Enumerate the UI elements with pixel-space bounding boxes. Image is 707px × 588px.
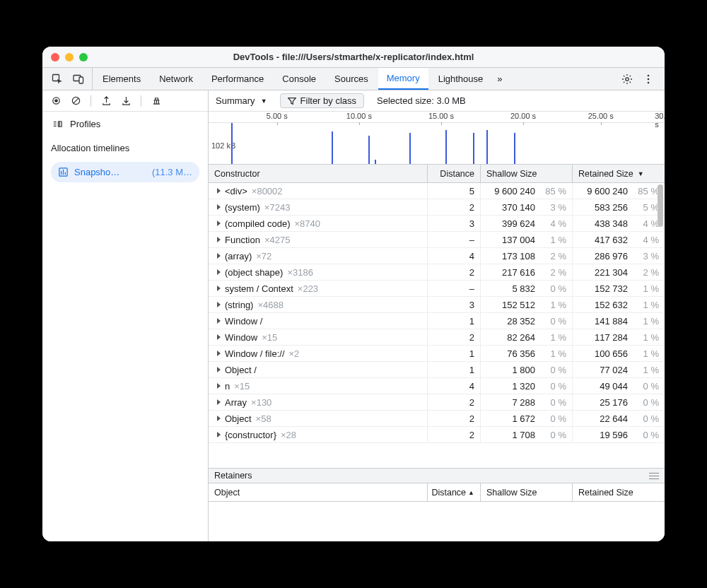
th-shallow[interactable]: Shallow Size [481,165,573,182]
disclosure-triangle-icon[interactable] [217,318,221,324]
svg-point-5 [648,78,650,80]
tab-sources[interactable]: Sources [326,68,377,90]
timeline-bar [473,133,474,164]
timeline[interactable]: 5.00 s10.00 s15.00 s20.00 s25.00 s30.00 … [209,112,665,165]
disclosure-triangle-icon[interactable] [217,383,221,389]
garbage-collect-icon[interactable] [150,95,163,107]
table-row[interactable]: Window /128 3520 %141 8841 % [209,313,665,329]
cell-retained: 417 6324 % [573,232,665,247]
retainers-menu-icon[interactable] [649,473,659,479]
disclosure-triangle-icon[interactable] [217,188,221,194]
sort-asc-icon: ▲ [468,489,474,496]
import-icon[interactable] [119,95,132,107]
constructor-name: Window [225,332,257,343]
table-row[interactable]: system / Context ×223–5 8320 %152 7321 % [209,281,665,297]
disclosure-triangle-icon[interactable] [217,334,221,340]
disclosure-triangle-icon[interactable] [217,399,221,405]
rth-shallow[interactable]: Shallow Size [481,483,573,501]
filter-icon [288,97,296,105]
table-row[interactable]: Window / file:// ×2176 3561 %100 6561 % [209,346,665,362]
disclosure-triangle-icon[interactable] [217,269,221,275]
main-toolbar: Summary ▼ Filter by class Selected size:… [209,90,665,112]
table-row[interactable]: {constructor} ×2821 7080 %19 5960 % [209,427,665,443]
table-row[interactable]: <div> ×8000259 600 24085 %9 600 24085 % [209,183,665,199]
table-body[interactable]: <div> ×8000259 600 24085 %9 600 24085 %(… [209,183,665,468]
cell-shallow: 137 0041 % [481,232,573,247]
scrollbar-thumb[interactable] [658,184,663,227]
cell-shallow: 28 3520 % [481,313,573,329]
snapshot-item[interactable]: Snapsho… (11.3 M… [51,162,199,182]
title-bar: DevTools - file:///Users/stmarthe/x-repl… [42,47,665,68]
svg-rect-2 [79,77,83,83]
inspect-element-icon[interactable] [51,73,64,86]
cell-distance: 2 [428,329,481,345]
table-row[interactable]: Function ×4275–137 0041 %417 6324 % [209,232,665,248]
tab-elements[interactable]: Elements [94,68,149,90]
gear-icon[interactable] [621,73,633,86]
cell-distance: 2 [428,199,481,215]
timeline-bar [409,133,411,164]
disclosure-triangle-icon[interactable] [217,237,221,242]
retainers-header: Object Distance ▲ Shallow Size Retained … [209,483,665,502]
disclosure-triangle-icon[interactable] [217,286,221,291]
kebab-menu-icon[interactable] [642,73,655,86]
rth-distance[interactable]: Distance ▲ [428,483,481,501]
cell-retained: 438 3484 % [573,216,665,231]
th-distance[interactable]: Distance [428,165,481,182]
sidebar-heading-profiles[interactable]: Profiles [42,112,208,137]
th-retained[interactable]: Retained Size ▼ [573,165,665,182]
rth-retained[interactable]: Retained Size [573,483,665,501]
instance-count: ×3186 [287,267,313,278]
timeline-bar [368,136,370,164]
tab-lighthouse[interactable]: Lighthouse [430,68,492,90]
close-window-button[interactable] [51,53,59,61]
rth-object[interactable]: Object [209,483,428,501]
tabs-more[interactable]: » [493,68,506,90]
table-row[interactable]: (array) ×724173 1082 %286 9763 % [209,248,665,264]
tab-memory[interactable]: Memory [378,68,428,90]
filter-by-class-input[interactable]: Filter by class [280,93,364,108]
disclosure-triangle-icon[interactable] [217,351,221,356]
disclosure-triangle-icon[interactable] [217,302,221,307]
disclosure-triangle-icon[interactable] [217,432,221,437]
scrollbar[interactable] [656,183,665,468]
table-row[interactable]: Array ×13027 2880 %25 1760 % [209,394,665,411]
table-row[interactable]: n ×1541 3200 %49 0440 % [209,378,665,394]
table-row[interactable]: Window ×15282 2641 %117 2841 % [209,329,665,346]
export-icon[interactable] [100,95,112,107]
tab-console[interactable]: Console [274,68,325,90]
main-tabs-bar: Elements Network Performance Console Sou… [42,68,665,90]
th-retained-label: Retained Size [578,169,633,179]
disclosure-triangle-icon[interactable] [217,220,221,226]
device-toolbar-icon[interactable] [72,73,85,86]
constructor-name: (string) [225,300,253,310]
cell-retained: 77 0241 % [573,362,665,377]
disclosure-triangle-icon[interactable] [217,416,221,421]
table-row[interactable]: (system) ×72432370 1403 %583 2565 % [209,199,665,216]
tab-performance[interactable]: Performance [203,68,272,90]
instance-count: ×15 [262,332,277,343]
maximize-window-button[interactable] [79,53,88,61]
table-row[interactable]: (object shape) ×31862217 6162 %221 3042 … [209,264,665,281]
cell-shallow: 7 2880 % [481,394,573,410]
disclosure-triangle-icon[interactable] [217,253,221,259]
instance-count: ×15 [234,381,250,392]
cell-shallow: 5 8320 % [481,281,573,296]
table-row[interactable]: Object /11 8000 %77 0241 % [209,362,665,378]
minimize-window-button[interactable] [65,53,74,61]
th-constructor[interactable]: Constructor [209,165,428,182]
view-select[interactable]: Summary ▼ [216,95,267,106]
record-icon[interactable] [49,95,62,107]
clear-icon[interactable] [69,95,82,107]
instance-count: ×2 [289,348,300,359]
disclosure-triangle-icon[interactable] [217,367,221,372]
table-row[interactable]: (string) ×46883152 5121 %152 6321 % [209,297,665,313]
tab-network[interactable]: Network [151,68,201,90]
constructor-name: Object / [225,365,257,375]
cell-distance: 3 [428,216,481,231]
disclosure-triangle-icon[interactable] [217,204,221,210]
table-row[interactable]: Object ×5821 6720 %22 6440 % [209,411,665,427]
table-row[interactable]: (compiled code) ×87403399 6244 %438 3484… [209,216,665,232]
constructor-name: system / Context [225,283,293,294]
cell-retained: 141 8841 % [573,313,665,329]
